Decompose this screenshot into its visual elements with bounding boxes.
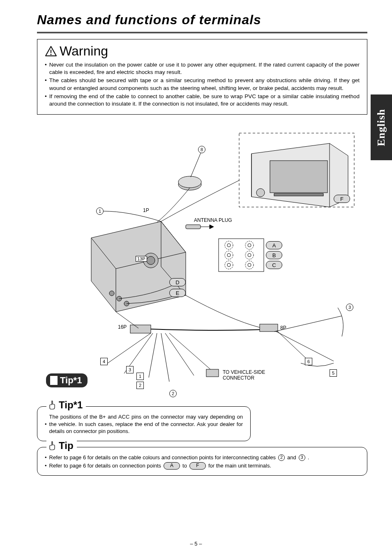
warning-list: •Never cut the insulation on the power c… xyxy=(45,61,360,108)
warning-item-text: The cables should be secured with tape o… xyxy=(49,77,360,92)
callout-square-5: 5 xyxy=(330,369,337,377)
point-hand-icon xyxy=(49,375,58,385)
warning-item: •Never cut the insulation on the power c… xyxy=(45,61,360,76)
warning-heading-text: Warning xyxy=(60,44,108,59)
tip1-body: •The positions of the B+ and ACC pins on… xyxy=(45,413,243,435)
svg-point-12 xyxy=(147,256,155,265)
svg-point-19 xyxy=(245,241,254,249)
tip-line1-b: and xyxy=(287,454,296,461)
svg-point-27 xyxy=(245,261,254,269)
tip-box: Tip • Refer to page 6 for details on the… xyxy=(37,447,367,476)
callout-pill-A: A xyxy=(266,241,282,249)
tip-legend-text: Tip xyxy=(59,440,74,451)
warning-triangle-icon xyxy=(45,46,57,57)
warning-item: •If removing the end of the cable to con… xyxy=(45,93,360,108)
tip1-legend: Tip*1 xyxy=(46,399,86,411)
warning-item: •The cables should be secured with tape … xyxy=(45,77,360,92)
svg-point-26 xyxy=(227,263,231,267)
tip1-legend-text: Tip*1 xyxy=(59,399,83,411)
language-tab: English xyxy=(371,94,392,160)
callout-square-2: 2 xyxy=(136,382,144,389)
svg-rect-16 xyxy=(219,239,264,272)
callout-square-4: 4 xyxy=(100,358,108,365)
warning-item-text: Never cut the insulation on the power ca… xyxy=(49,61,360,76)
tip-line1-a: Refer to page 6 for details on the cable… xyxy=(49,454,276,461)
tip-legend: Tip xyxy=(46,440,77,451)
callout-pill-F: F xyxy=(334,195,350,203)
ref-circled-3: 3 xyxy=(299,454,305,461)
tip1-body-text: The positions of the B+ and ACC pins on … xyxy=(49,413,243,435)
warning-item-text: If removing the end of the cable to conn… xyxy=(49,93,360,108)
svg-rect-30 xyxy=(260,324,278,332)
svg-point-7 xyxy=(178,176,201,188)
svg-point-1 xyxy=(51,54,52,55)
svg-point-20 xyxy=(248,244,251,247)
ref-pill-F: F xyxy=(189,462,206,470)
language-tab-text: English xyxy=(375,109,387,146)
svg-rect-9 xyxy=(186,225,201,229)
tip-line2-b: to xyxy=(182,462,187,470)
svg-point-21 xyxy=(225,251,233,259)
callout-pill-D: D xyxy=(169,278,186,286)
label-13P: 13P xyxy=(136,256,147,262)
callout-pill-E: E xyxy=(169,289,186,297)
label-antenna: ANTENNA PLUG xyxy=(194,217,232,223)
tip1-box: Tip*1 •The positions of the B+ and ACC p… xyxy=(37,406,251,441)
label-16P: 16P xyxy=(118,324,127,330)
tip1-badge: Tip*1 xyxy=(46,373,88,387)
title-rule xyxy=(37,32,367,33)
tip-line2-c: for the main unit terminals. xyxy=(208,462,271,470)
warning-heading: Warning xyxy=(45,44,360,59)
svg-point-24 xyxy=(248,253,251,257)
svg-rect-5 xyxy=(274,193,323,196)
page-number: – 5 – xyxy=(0,541,392,547)
tip1-badge-text: Tip*1 xyxy=(60,375,82,386)
svg-point-25 xyxy=(225,261,233,269)
point-hand-icon xyxy=(48,400,56,410)
callout-pill-C: C xyxy=(266,261,282,269)
diagram: 8 1 3 2 1 2 3 4 5 6 A B C D E F 1P 13P 1… xyxy=(46,131,358,402)
tip-body: • Refer to page 6 for details on the cab… xyxy=(45,454,360,470)
svg-point-28 xyxy=(248,263,251,267)
svg-line-8 xyxy=(191,150,202,177)
label-1P: 1P xyxy=(143,207,149,213)
label-8P: 8P xyxy=(280,325,286,331)
ref-circled-2: 2 xyxy=(278,454,285,461)
point-hand-icon xyxy=(48,440,56,451)
ref-pill-A: A xyxy=(164,462,180,470)
svg-point-18 xyxy=(227,244,231,247)
svg-point-17 xyxy=(225,241,233,249)
tip-line2-a: Refer to page 6 for details on connectio… xyxy=(49,462,161,470)
callout-square-6: 6 xyxy=(305,358,312,365)
tip-line1-c: . xyxy=(308,454,309,461)
callout-pill-B: B xyxy=(266,251,282,259)
warning-box: Warning •Never cut the insulation on the… xyxy=(37,39,367,115)
svg-point-13 xyxy=(109,291,114,296)
svg-rect-31 xyxy=(206,369,219,377)
callout-square-1: 1 xyxy=(136,373,144,380)
label-vehicle-side: TO VEHICLE-SIDE CONNECTOR xyxy=(223,369,272,381)
callout-square-3: 3 xyxy=(126,366,134,373)
svg-rect-3 xyxy=(270,161,327,193)
svg-rect-29 xyxy=(130,325,151,333)
svg-point-22 xyxy=(227,253,231,257)
svg-point-23 xyxy=(245,251,254,259)
svg-point-4 xyxy=(256,189,265,197)
page-title: Names and functions of terminals xyxy=(37,12,367,29)
